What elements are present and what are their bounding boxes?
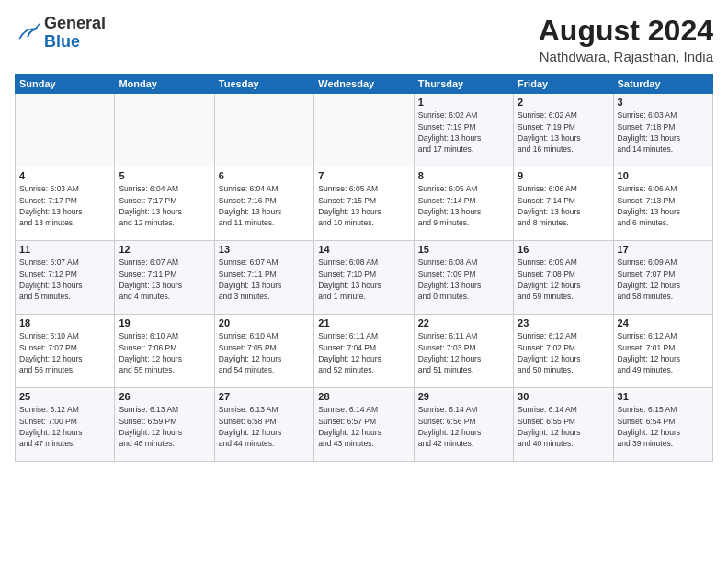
day-number: 19 [119, 317, 210, 328]
calendar-page: General Blue August 2024 Nathdwara, Raja… [0, 0, 728, 563]
calendar-cell [214, 94, 313, 167]
day-number: 26 [119, 391, 210, 402]
day-number: 20 [219, 317, 310, 328]
week-row-0: 1Sunrise: 6:02 AM Sunset: 7:19 PM Daylig… [16, 94, 713, 167]
day-info: Sunrise: 6:07 AM Sunset: 7:12 PM Dayligh… [19, 257, 110, 302]
col-sunday: Sunday [16, 75, 115, 94]
day-number: 13 [219, 244, 310, 255]
day-info: Sunrise: 6:12 AM Sunset: 7:00 PM Dayligh… [19, 404, 110, 449]
day-number: 5 [119, 170, 210, 181]
logo: General Blue [15, 15, 106, 52]
col-monday: Monday [115, 75, 214, 94]
calendar-cell: 14Sunrise: 6:08 AM Sunset: 7:10 PM Dayli… [314, 241, 414, 315]
day-number: 31 [618, 391, 709, 402]
calendar-cell: 13Sunrise: 6:07 AM Sunset: 7:11 PM Dayli… [214, 241, 313, 315]
week-row-2: 11Sunrise: 6:07 AM Sunset: 7:12 PM Dayli… [16, 241, 713, 315]
day-info: Sunrise: 6:03 AM Sunset: 7:18 PM Dayligh… [618, 109, 709, 155]
day-number: 24 [618, 317, 709, 328]
day-info: Sunrise: 6:11 AM Sunset: 7:03 PM Dayligh… [418, 330, 509, 375]
calendar-cell: 8Sunrise: 6:05 AM Sunset: 7:14 PM Daylig… [414, 167, 513, 241]
week-row-3: 18Sunrise: 6:10 AM Sunset: 7:07 PM Dayli… [16, 315, 713, 388]
day-number: 2 [518, 97, 609, 108]
calendar-cell: 28Sunrise: 6:14 AM Sunset: 6:57 PM Dayli… [314, 388, 414, 462]
day-info: Sunrise: 6:04 AM Sunset: 7:17 PM Dayligh… [119, 183, 210, 228]
day-number: 28 [318, 391, 409, 402]
calendar-cell: 11Sunrise: 6:07 AM Sunset: 7:12 PM Dayli… [16, 241, 115, 315]
calendar-cell: 15Sunrise: 6:08 AM Sunset: 7:09 PM Dayli… [414, 241, 513, 315]
day-number: 1 [418, 97, 509, 108]
day-info: Sunrise: 6:09 AM Sunset: 7:07 PM Dayligh… [618, 257, 709, 302]
day-number: 22 [418, 317, 509, 328]
calendar-cell: 30Sunrise: 6:14 AM Sunset: 6:55 PM Dayli… [514, 388, 613, 462]
calendar-cell: 21Sunrise: 6:11 AM Sunset: 7:04 PM Dayli… [314, 315, 414, 388]
calendar-cell [16, 94, 115, 167]
day-number: 9 [518, 170, 609, 181]
calendar-cell: 4Sunrise: 6:03 AM Sunset: 7:17 PM Daylig… [16, 167, 115, 241]
day-info: Sunrise: 6:10 AM Sunset: 7:07 PM Dayligh… [19, 330, 110, 375]
calendar-cell: 22Sunrise: 6:11 AM Sunset: 7:03 PM Dayli… [414, 315, 513, 388]
day-number: 16 [518, 244, 609, 255]
day-info: Sunrise: 6:03 AM Sunset: 7:17 PM Dayligh… [19, 183, 110, 228]
day-number: 15 [418, 244, 509, 255]
day-info: Sunrise: 6:10 AM Sunset: 7:06 PM Dayligh… [119, 330, 210, 375]
header-row: Sunday Monday Tuesday Wednesday Thursday… [16, 75, 713, 94]
calendar-cell: 6Sunrise: 6:04 AM Sunset: 7:16 PM Daylig… [214, 167, 313, 241]
calendar-cell: 20Sunrise: 6:10 AM Sunset: 7:05 PM Dayli… [214, 315, 313, 388]
week-row-4: 25Sunrise: 6:12 AM Sunset: 7:00 PM Dayli… [16, 388, 713, 462]
day-number: 10 [618, 170, 709, 181]
day-info: Sunrise: 6:06 AM Sunset: 7:13 PM Dayligh… [618, 183, 709, 228]
day-info: Sunrise: 6:12 AM Sunset: 7:01 PM Dayligh… [618, 330, 709, 375]
calendar-cell: 3Sunrise: 6:03 AM Sunset: 7:18 PM Daylig… [613, 94, 712, 167]
calendar-cell: 9Sunrise: 6:06 AM Sunset: 7:14 PM Daylig… [514, 167, 613, 241]
day-number: 12 [119, 244, 210, 255]
day-info: Sunrise: 6:10 AM Sunset: 7:05 PM Dayligh… [219, 330, 310, 375]
col-wednesday: Wednesday [314, 75, 414, 94]
calendar-cell: 16Sunrise: 6:09 AM Sunset: 7:08 PM Dayli… [514, 241, 613, 315]
day-number: 11 [19, 244, 110, 255]
calendar-cell: 25Sunrise: 6:12 AM Sunset: 7:00 PM Dayli… [16, 388, 115, 462]
day-number: 6 [219, 170, 310, 181]
day-info: Sunrise: 6:15 AM Sunset: 6:54 PM Dayligh… [618, 404, 709, 449]
day-number: 17 [618, 244, 709, 255]
day-info: Sunrise: 6:05 AM Sunset: 7:15 PM Dayligh… [318, 183, 409, 228]
calendar-cell: 5Sunrise: 6:04 AM Sunset: 7:17 PM Daylig… [115, 167, 214, 241]
calendar-cell: 12Sunrise: 6:07 AM Sunset: 7:11 PM Dayli… [115, 241, 214, 315]
calendar-cell: 7Sunrise: 6:05 AM Sunset: 7:15 PM Daylig… [314, 167, 414, 241]
calendar-cell: 19Sunrise: 6:10 AM Sunset: 7:06 PM Dayli… [115, 315, 214, 388]
day-info: Sunrise: 6:07 AM Sunset: 7:11 PM Dayligh… [219, 257, 310, 302]
calendar-cell: 2Sunrise: 6:02 AM Sunset: 7:19 PM Daylig… [514, 94, 613, 167]
day-info: Sunrise: 6:11 AM Sunset: 7:04 PM Dayligh… [318, 330, 409, 375]
col-saturday: Saturday [613, 75, 712, 94]
calendar-header: Sunday Monday Tuesday Wednesday Thursday… [16, 75, 713, 94]
calendar-cell: 27Sunrise: 6:13 AM Sunset: 6:58 PM Dayli… [214, 388, 313, 462]
day-info: Sunrise: 6:08 AM Sunset: 7:09 PM Dayligh… [418, 257, 509, 302]
calendar-cell: 26Sunrise: 6:13 AM Sunset: 6:59 PM Dayli… [115, 388, 214, 462]
day-number: 14 [318, 244, 409, 255]
day-number: 21 [318, 317, 409, 328]
day-info: Sunrise: 6:12 AM Sunset: 7:02 PM Dayligh… [518, 330, 609, 375]
calendar-cell: 29Sunrise: 6:14 AM Sunset: 6:56 PM Dayli… [414, 388, 513, 462]
day-info: Sunrise: 6:13 AM Sunset: 6:58 PM Dayligh… [219, 404, 310, 449]
day-info: Sunrise: 6:14 AM Sunset: 6:56 PM Dayligh… [418, 404, 509, 449]
day-number: 29 [418, 391, 509, 402]
day-info: Sunrise: 6:14 AM Sunset: 6:57 PM Dayligh… [318, 404, 409, 449]
day-info: Sunrise: 6:05 AM Sunset: 7:14 PM Dayligh… [418, 183, 509, 228]
day-number: 4 [19, 170, 110, 181]
calendar-cell [115, 94, 214, 167]
logo-bird-icon [15, 20, 40, 46]
day-info: Sunrise: 6:08 AM Sunset: 7:10 PM Dayligh… [318, 257, 409, 302]
day-number: 3 [618, 97, 709, 108]
calendar-cell: 24Sunrise: 6:12 AM Sunset: 7:01 PM Dayli… [613, 315, 712, 388]
header: General Blue August 2024 Nathdwara, Raja… [15, 15, 713, 64]
calendar-body: 1Sunrise: 6:02 AM Sunset: 7:19 PM Daylig… [16, 94, 713, 462]
calendar-cell: 17Sunrise: 6:09 AM Sunset: 7:07 PM Dayli… [613, 241, 712, 315]
day-number: 27 [219, 391, 310, 402]
calendar-cell [314, 94, 414, 167]
day-number: 30 [518, 391, 609, 402]
col-friday: Friday [514, 75, 613, 94]
day-info: Sunrise: 6:02 AM Sunset: 7:19 PM Dayligh… [518, 109, 609, 155]
day-number: 18 [19, 317, 110, 328]
day-info: Sunrise: 6:06 AM Sunset: 7:14 PM Dayligh… [518, 183, 609, 228]
day-number: 8 [418, 170, 509, 181]
title-block: August 2024 Nathdwara, Rajasthan, India [539, 15, 713, 64]
